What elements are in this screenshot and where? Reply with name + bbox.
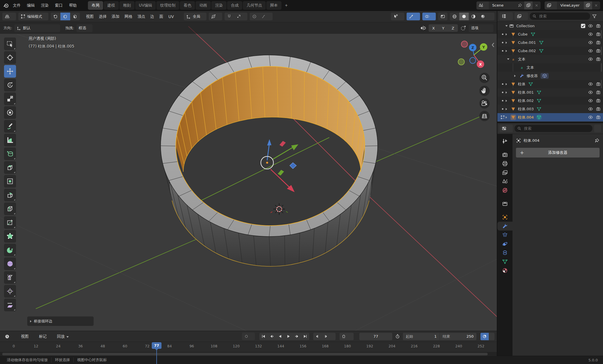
axis-minus-z-ball[interactable] — [470, 58, 476, 64]
visibility-dropdown[interactable] — [391, 13, 404, 20]
mirror-axis-button[interactable]: X — [429, 24, 438, 32]
auto-keying-button[interactable] — [340, 333, 348, 340]
pin-scene-button[interactable] — [516, 1, 524, 9]
outliner-row[interactable]: 柱体.002 — [497, 97, 603, 105]
tool-button[interactable] — [4, 285, 16, 298]
hide-eye-icon[interactable] — [588, 115, 593, 120]
workspace-tab[interactable]: UV编辑 — [135, 1, 156, 10]
mirror-icon[interactable] — [420, 25, 426, 31]
start-frame-field[interactable]: 起始1 — [403, 333, 440, 340]
outliner-row[interactable]: Collection — [497, 22, 603, 30]
hide-eye-icon[interactable] — [588, 57, 593, 62]
expand-chevron[interactable] — [505, 50, 510, 52]
scene-browse-button[interactable] — [476, 1, 489, 9]
tool-button[interactable] — [4, 134, 16, 146]
expand-chevron[interactable] — [505, 91, 510, 94]
hide-eye-icon[interactable] — [588, 32, 593, 37]
tool-button[interactable] — [4, 147, 16, 160]
unlink-scene-button[interactable] — [533, 1, 541, 9]
timeline-editor-type-button[interactable] — [2, 332, 16, 340]
expand-chevron[interactable] — [505, 83, 510, 85]
topbar-menu[interactable]: 文件 — [10, 2, 24, 9]
tool-button[interactable] — [4, 51, 16, 64]
timeline-menu[interactable]: 标记 — [36, 333, 54, 340]
proportional-edit-button[interactable] — [250, 13, 259, 20]
shading-wireframe-button[interactable] — [450, 13, 459, 20]
timeline-menu[interactable]: 回放 — [54, 333, 72, 340]
play-reverse-button[interactable] — [276, 333, 284, 340]
hide-eye-icon[interactable] — [588, 48, 593, 53]
properties-tab[interactable] — [497, 231, 513, 239]
outliner-row[interactable]: 柱体.001 — [497, 88, 603, 97]
end-frame-field[interactable]: 结束250 — [440, 333, 476, 340]
playback-sync-button[interactable] — [480, 333, 489, 340]
hide-eye-icon[interactable] — [588, 23, 593, 28]
axis-minus-x-ball[interactable] — [461, 41, 468, 47]
pivot-point-dropdown[interactable] — [209, 13, 222, 20]
current-frame-field[interactable]: 77 — [359, 333, 392, 340]
workspace-tab[interactable]: 脚本 — [266, 1, 281, 10]
outliner-row[interactable]: Cube.001 — [497, 38, 603, 47]
properties-tab[interactable] — [497, 168, 513, 177]
outliner-item-name[interactable]: 文本 — [527, 65, 534, 70]
outliner-item-name[interactable]: 文本 — [518, 57, 525, 62]
operator-panel[interactable]: 桥接循环边 — [27, 316, 94, 326]
show-gizmo-button[interactable] — [407, 13, 420, 20]
tool-button[interactable] — [4, 244, 16, 256]
outliner-row[interactable]: 文本 — [497, 63, 603, 72]
expand-chevron[interactable] — [513, 66, 519, 69]
viewport-menu[interactable]: 网格 — [122, 13, 135, 20]
viewport-menu[interactable]: 面 — [157, 13, 166, 20]
camera-visibility-icon[interactable] — [596, 57, 601, 62]
camera-visibility-icon[interactable] — [596, 115, 601, 120]
face-select-button[interactable] — [70, 13, 80, 20]
tool-button[interactable] — [4, 257, 16, 270]
outliner-item-name[interactable]: 修改器 — [527, 73, 538, 78]
properties-tab[interactable] — [497, 186, 513, 195]
tool-button[interactable] — [4, 230, 16, 243]
workspace-tab[interactable]: 建模 — [104, 1, 119, 10]
properties-tab[interactable] — [497, 137, 513, 146]
xray-toggle-button[interactable] — [438, 13, 448, 20]
camera-visibility-icon[interactable] — [596, 82, 601, 86]
zoom-button[interactable] — [479, 73, 490, 83]
panel-splitter[interactable] — [497, 122, 603, 123]
modifier-badge-icon[interactable] — [541, 73, 549, 79]
tool-button[interactable] — [4, 120, 16, 133]
edge-select-button[interactable] — [60, 13, 70, 20]
properties-tab[interactable] — [497, 257, 513, 266]
tool-button[interactable] — [4, 161, 16, 174]
viewport-canvas[interactable]: Z Y X — [0, 22, 497, 331]
filter-icon[interactable] — [592, 14, 597, 19]
camera-visibility-icon[interactable] — [596, 32, 601, 37]
expand-chevron[interactable] — [505, 108, 510, 110]
vertex-select-button[interactable] — [51, 13, 60, 20]
transform-orientation-dropdown[interactable]: 全局 — [184, 13, 206, 20]
workspace-tab[interactable]: 纹理绘制 — [156, 1, 179, 10]
shading-material-button[interactable] — [469, 13, 478, 20]
new-viewlayer-button[interactable] — [584, 1, 592, 9]
topbar-menu[interactable]: 编辑 — [24, 2, 38, 9]
next-keyframe-button[interactable] — [293, 333, 301, 340]
jump-to-end-button[interactable] — [301, 333, 309, 340]
outliner-row[interactable]: 修改器 — [497, 72, 603, 80]
proportional-falloff-dropdown[interactable] — [259, 13, 273, 20]
editor-type-button[interactable] — [2, 13, 16, 20]
tool-button[interactable] — [4, 38, 16, 50]
options-dropdown[interactable]: 选项 — [469, 24, 493, 32]
outliner-item-name[interactable]: 柱体.001 — [518, 90, 534, 95]
properties-search-input[interactable] — [523, 126, 590, 131]
expand-chevron[interactable] — [505, 42, 510, 44]
camera-visibility-icon[interactable] — [596, 107, 601, 111]
properties-options-button[interactable] — [594, 125, 601, 132]
proportional-size-icon[interactable] — [460, 25, 466, 31]
direction-dropdown[interactable]: 默认 — [14, 24, 60, 32]
camera-visibility-icon[interactable] — [596, 23, 601, 28]
viewlayer-name[interactable]: ViewLayer — [557, 3, 584, 7]
previous-frame-button[interactable] — [313, 333, 322, 340]
shading-dropdown[interactable] — [488, 13, 494, 20]
add-modifier-button[interactable]: + 添加修改器 — [516, 148, 600, 158]
scene-name[interactable]: Scene — [489, 3, 516, 7]
workspace-tab[interactable]: 渲染 — [211, 1, 226, 10]
workspace-tab[interactable]: 合成 — [227, 1, 242, 10]
